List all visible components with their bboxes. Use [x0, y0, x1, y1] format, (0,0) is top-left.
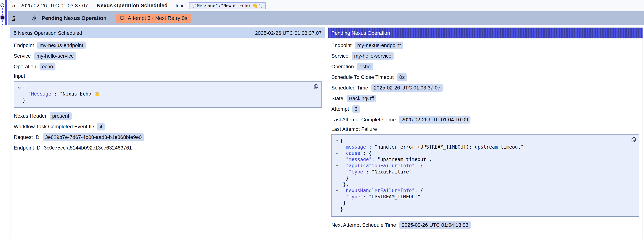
- json-code-text: "Message": "Nexus Echo 👋": [22, 91, 103, 96]
- json-code-line: {: [16, 84, 310, 91]
- input-json-viewer: { "Message": "Nexus Echo 👋"}: [14, 81, 322, 108]
- field-label: Operation: [331, 64, 354, 70]
- chevron-down-icon[interactable]: [334, 165, 340, 166]
- field-value-badge: 3: [352, 105, 360, 113]
- json-code-line: "message": "handler error (UPSTREAM_TIME…: [334, 144, 628, 150]
- json-code-text: }: [340, 206, 343, 212]
- field-label: Attempt: [331, 106, 349, 112]
- json-code-text: }: [340, 200, 346, 206]
- json-code-line: }: [334, 206, 628, 212]
- event-title: Pending Nexus Operation: [42, 15, 106, 21]
- field-label: Endpoint: [331, 42, 352, 48]
- json-code-line: }: [16, 97, 310, 103]
- field-value-badge: present: [50, 112, 72, 120]
- field-value-badge: echo: [40, 63, 56, 70]
- json-code-line: "nexusHandlerFailureInfo": {: [334, 188, 628, 194]
- input-block-label: Input: [14, 73, 322, 79]
- event-time: 2025-02-26 UTC 01:03:37.07: [20, 3, 88, 8]
- scheduled-panel-timestamp: 2025-02-26 UTC 01:03:37.07: [255, 30, 322, 36]
- json-code-text: "applicationFailureInfo": {: [340, 163, 423, 168]
- failure-block-label: Last Attempt Failure: [331, 126, 639, 132]
- field-value-badge: my-nexus-endpoint: [355, 42, 403, 49]
- field-value-badge: 0s: [397, 74, 407, 81]
- field-value-badge: BackingOff: [346, 94, 376, 102]
- pending-panel-body: Endpoint my-nexus-endpoint Service my-he…: [328, 38, 642, 234]
- copy-icon[interactable]: [313, 84, 319, 90]
- field-value-badge: 2025-02-26 UTC 01:04:13.93: [399, 221, 471, 229]
- field-schedule-to-close-timeout: Schedule To Close Timeout 0s: [331, 73, 639, 81]
- retry-icon: [119, 15, 125, 21]
- json-code-text: {: [340, 138, 343, 144]
- detail-panels: 5 Nexus Operation Scheduled 2025-02-26 U…: [10, 28, 643, 239]
- field-value-badge: my-nexus-endpoint: [37, 42, 86, 49]
- event-row-pending[interactable]: 5 Pending Nexus Operation Attempt 3 · Ne…: [8, 11, 644, 25]
- event-id-link[interactable]: 5: [12, 15, 15, 21]
- field-next-attempt-schedule-time: Next Attempt Schedule Time 2025-02-26 UT…: [331, 221, 639, 229]
- field-label: Next Attempt Schedule Time: [331, 222, 396, 228]
- field-value-badge: echo: [357, 63, 373, 70]
- field-endpoint: Endpoint my-nexus-endpoint: [331, 41, 639, 50]
- json-code-line: }: [334, 175, 628, 181]
- json-code-text: }: [340, 175, 349, 181]
- json-code-line: },: [334, 181, 628, 188]
- chevron-down-icon[interactable]: [334, 153, 340, 154]
- json-code-text: "message": "handler error (UPSTREAM_TIME…: [340, 144, 526, 150]
- json-code-line: "type": "NexusFailure": [334, 169, 628, 175]
- event-row-scheduled[interactable]: 5 2025-02-26 UTC 01:03:37.07 Nexus Opera…: [8, 0, 644, 11]
- json-code-line: "type": "UPSTREAM_TIMEOUT": [334, 194, 628, 200]
- field-operation: Operation echo: [14, 62, 322, 71]
- chevron-down-icon[interactable]: [334, 190, 340, 191]
- retry-status-badge: Attempt 3 · Next Retry 0s: [116, 14, 191, 23]
- field-label: State: [331, 96, 343, 102]
- field-service: Service my-hello-service: [14, 52, 322, 60]
- pending-panel-header: Pending Nexus Operation: [328, 28, 642, 38]
- field-label: Endpoint: [14, 42, 34, 48]
- event-input-chip[interactable]: {"Message":"Nexus Echo 👋"}: [189, 2, 266, 9]
- field-value-badge: 3e829b7e-7d67-4b08-aad3-b1e868bfe9e0: [43, 134, 144, 141]
- json-code-text: }: [22, 97, 26, 103]
- event-title: Nexus Operation Scheduled: [97, 2, 168, 8]
- field-value-badge: 2025-02-26 UTC 01:03:37.07: [372, 84, 443, 92]
- scheduled-event-panel: 5 Nexus Operation Scheduled 2025-02-26 U…: [10, 28, 325, 239]
- timeline-node-open-icon: [1, 4, 4, 7]
- json-code-line: {: [334, 138, 628, 144]
- json-code-text: "message": "upstream timeout",: [340, 157, 432, 162]
- pending-asterisk-icon: [32, 15, 38, 21]
- field-attempt: Attempt 3: [331, 105, 639, 113]
- field-last-attempt-complete-time: Last Attempt Complete Time 2025-02-26 UT…: [331, 116, 639, 124]
- endpoint-id-link[interactable]: 3c0c75ccfa8144b092c13ce632463761: [44, 145, 132, 151]
- json-code-text: "type": "UPSTREAM_TIMEOUT": [340, 194, 420, 200]
- pending-panel-title: Pending Nexus Operation: [331, 30, 390, 36]
- retry-status-text: Attempt 3 · Next Retry 0s: [128, 15, 188, 21]
- field-label: Service: [14, 53, 31, 59]
- json-code-line: }: [334, 200, 628, 206]
- json-code-line: "message": "upstream timeout",: [334, 156, 628, 162]
- field-value-badge: 2025-02-26 UTC 01:04:10.09: [399, 116, 470, 124]
- copy-icon[interactable]: [631, 137, 636, 143]
- field-label: Last Attempt Complete Time: [331, 117, 396, 122]
- json-code-text: },: [340, 182, 349, 187]
- field-endpoint-id: Endpoint ID 3c0c75ccfa8144b092c13ce63246…: [14, 144, 322, 152]
- field-value-badge: my-hello-service: [34, 52, 76, 60]
- field-label: Request ID: [14, 134, 39, 140]
- json-code-text: "nexusHandlerFailureInfo": {: [340, 188, 423, 193]
- field-request-id: Request ID 3e829b7e-7d67-4b08-aad3-b1e86…: [14, 133, 322, 141]
- field-state: State BackingOff: [331, 94, 639, 102]
- timeline-gutter: [0, 0, 10, 31]
- chevron-down-icon[interactable]: [334, 140, 340, 141]
- scheduled-panel-title: 5 Nexus Operation Scheduled: [14, 30, 82, 36]
- json-code-line: "Message": "Nexus Echo 👋": [16, 91, 310, 97]
- chevron-down-icon[interactable]: [16, 87, 22, 88]
- field-operation: Operation echo: [331, 62, 639, 71]
- field-value-badge: 4: [97, 123, 105, 130]
- event-id-link[interactable]: 5: [12, 2, 15, 8]
- field-label: Workflow Task Completed Event ID: [14, 124, 94, 130]
- event-input-label: Input: [176, 3, 186, 8]
- field-endpoint: Endpoint my-nexus-endpoint: [14, 41, 322, 50]
- failure-json-viewer: { "message": "handler error (UPSTREAM_TI…: [331, 134, 639, 217]
- event-history-rows: 5 2025-02-26 UTC 01:03:37.07 Nexus Opera…: [8, 0, 644, 25]
- field-value-badge: my-hello-service: [352, 52, 394, 60]
- field-label: Schedule To Close Timeout: [331, 74, 394, 80]
- field-label: Endpoint ID: [14, 145, 40, 151]
- timeline-node-current-icon: [1, 16, 4, 19]
